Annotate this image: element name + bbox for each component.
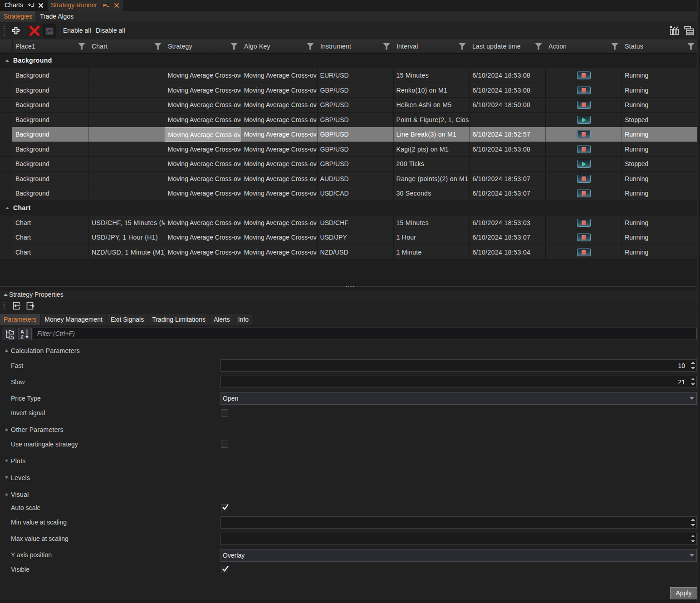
- svg-text:Z: Z: [20, 334, 24, 339]
- svg-text:A: A: [20, 329, 24, 334]
